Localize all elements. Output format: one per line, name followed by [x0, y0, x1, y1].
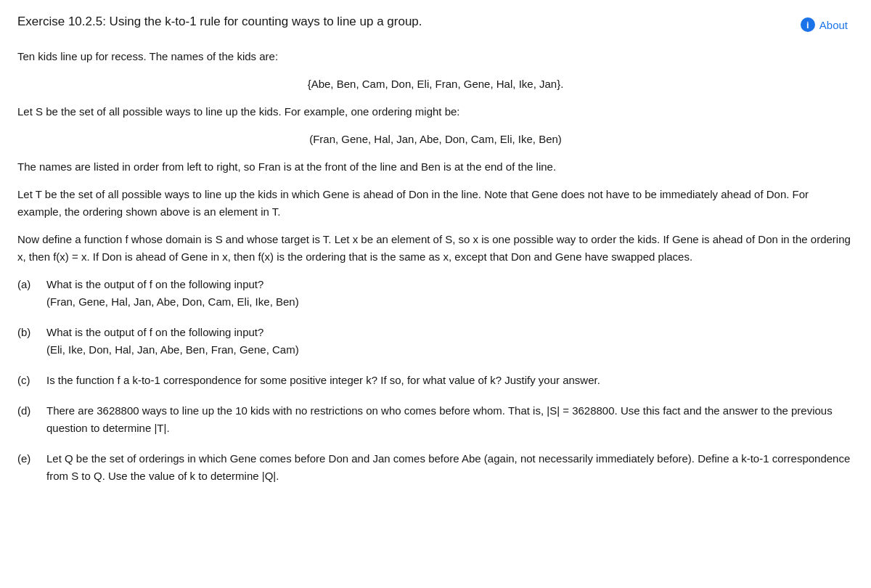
question-b-label: (b): [17, 324, 41, 341]
intro-paragraph-3: The names are listed in order from left …: [17, 158, 854, 176]
question-a-line1: What is the output of f on the following…: [46, 276, 299, 293]
header-row: Exercise 10.2.5: Using the k-to-1 rule f…: [17, 13, 854, 35]
question-a: (a) What is the output of f on the follo…: [17, 276, 854, 311]
page-title: Exercise 10.2.5: Using the k-to-1 rule f…: [17, 13, 422, 30]
question-d-body: There are 3628800 ways to line up the 10…: [46, 402, 854, 437]
about-button[interactable]: i About: [795, 15, 854, 35]
page-container: Exercise 10.2.5: Using the k-to-1 rule f…: [0, 0, 871, 515]
question-b-line2: (Eli, Ike, Don, Hal, Jan, Abe, Ben, Fran…: [46, 341, 299, 359]
info-icon: i: [801, 17, 815, 32]
question-a-line2: (Fran, Gene, Hal, Jan, Abe, Don, Cam, El…: [46, 293, 299, 311]
question-e-body: Let Q be the set of orderings in which G…: [46, 450, 854, 485]
question-c: (c) Is the function f a k-to-1 correspon…: [17, 372, 854, 389]
intro-paragraph-2: Let S be the set of all possible ways to…: [17, 103, 854, 121]
question-e-line1: Let Q be the set of orderings in which G…: [46, 450, 854, 485]
question-e-label: (e): [17, 450, 41, 467]
names-set: {Abe, Ben, Cam, Don, Eli, Fran, Gene, Ha…: [17, 75, 854, 93]
question-c-body: Is the function f a k-to-1 correspondenc…: [46, 372, 600, 389]
question-e: (e) Let Q be the set of orderings in whi…: [17, 450, 854, 485]
question-d-label: (d): [17, 402, 41, 420]
question-d-line1: There are 3628800 ways to line up the 10…: [46, 402, 854, 437]
intro-paragraph-4: Let T be the set of all possible ways to…: [17, 186, 854, 221]
question-d: (d) There are 3628800 ways to line up th…: [17, 402, 854, 437]
question-a-label: (a): [17, 276, 41, 293]
question-c-line1: Is the function f a k-to-1 correspondenc…: [46, 372, 600, 389]
question-b: (b) What is the output of f on the follo…: [17, 324, 854, 359]
question-b-body: What is the output of f on the following…: [46, 324, 299, 359]
content-area: Ten kids line up for recess. The names o…: [17, 48, 854, 485]
about-label: About: [819, 19, 848, 31]
question-c-label: (c): [17, 372, 41, 389]
question-b-line1: What is the output of f on the following…: [46, 324, 299, 341]
intro-paragraph-5: Now define a function f whose domain is …: [17, 231, 854, 266]
example-ordering: (Fran, Gene, Hal, Jan, Abe, Don, Cam, El…: [17, 131, 854, 148]
intro-paragraph-1: Ten kids line up for recess. The names o…: [17, 48, 854, 65]
question-a-body: What is the output of f on the following…: [46, 276, 299, 311]
